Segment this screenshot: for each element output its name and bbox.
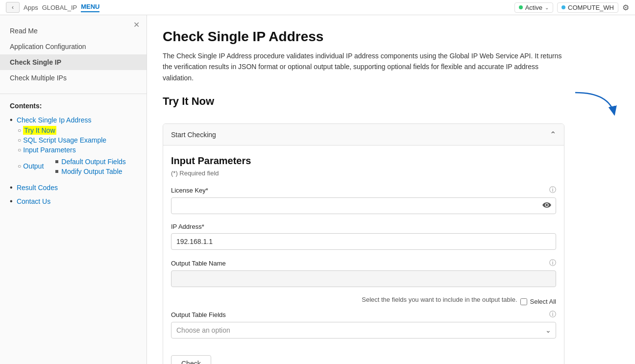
try-it-now-section-header: Try It Now bbox=[163, 95, 619, 116]
output-table-name-info-icon[interactable]: ⓘ bbox=[549, 259, 556, 267]
form-label-output-table-fields: Output Table Fields ⓘ bbox=[171, 310, 556, 319]
sidebar-item-check-single-ip[interactable]: Check Single IP bbox=[0, 54, 147, 70]
status-dot bbox=[519, 5, 523, 9]
card-header-title: Start Checking bbox=[171, 131, 216, 139]
output-table-name-label: Output Table Name bbox=[171, 260, 226, 267]
arrow-annotation bbox=[570, 90, 619, 121]
form-group-output-table-name: Output Table Name ⓘ bbox=[171, 259, 556, 287]
password-toggle-icon[interactable] bbox=[542, 201, 551, 210]
compute-dot bbox=[562, 5, 565, 9]
toc-square-icon bbox=[55, 160, 58, 163]
sidebar-item-read-me[interactable]: Read Me bbox=[0, 23, 147, 39]
layout: ✕ Read Me Application Configuration Chec… bbox=[0, 15, 635, 364]
menu-tab[interactable]: MENU bbox=[81, 3, 99, 12]
card-collapse-icon: ⌃ bbox=[550, 130, 556, 139]
toc-sub-item-input-params: ○ Input Parameters bbox=[18, 145, 137, 155]
toc-sub-item-sql-script: ○ SQL Script Usage Example bbox=[18, 135, 137, 145]
toc-link-try-it-now[interactable]: Try It Now bbox=[23, 126, 56, 134]
ip-address-input[interactable] bbox=[171, 233, 556, 250]
form-label-ip-address: IP Address* bbox=[171, 223, 556, 230]
license-key-input-wrapper bbox=[171, 197, 556, 214]
ip-address-label: IP Address* bbox=[171, 223, 204, 230]
toc-circle-icon-2: ○ bbox=[18, 137, 21, 144]
start-checking-card: Start Checking ⌃ Input Parameters (*) Re… bbox=[163, 123, 564, 364]
toc-item-result-codes: • Result Codes bbox=[10, 182, 137, 193]
output-table-fields-select-wrapper: Choose an option ⌄ bbox=[171, 322, 556, 339]
output-table-fields-info-icon[interactable]: ⓘ bbox=[549, 310, 556, 319]
sidebar-contents: Contents: • Check Single Ip Address ○ Tr… bbox=[0, 98, 147, 211]
check-button[interactable]: Check bbox=[171, 355, 211, 364]
sidebar-item-check-multiple-ips[interactable]: Check Multiple IPs bbox=[0, 70, 147, 86]
license-key-input[interactable] bbox=[171, 197, 556, 214]
status-badge[interactable]: Active ⌄ bbox=[514, 2, 553, 13]
form-group-ip-address: IP Address* bbox=[171, 223, 556, 250]
toc-sub2-item-default-output: Default Output Fields bbox=[55, 157, 126, 167]
toc-circle-icon: ○ bbox=[18, 127, 21, 134]
fields-description: Select the fields you want to include in… bbox=[362, 296, 517, 303]
output-table-name-input[interactable] bbox=[171, 270, 556, 287]
contents-title: Contents: bbox=[10, 102, 137, 110]
sidebar: ✕ Read Me Application Configuration Chec… bbox=[0, 15, 147, 364]
topnav: ‹ Apps GLOBAL_IP MENU Active ⌄ COMPUTE_W… bbox=[0, 0, 635, 15]
toc-link-modify-output[interactable]: Modify Output Table bbox=[61, 168, 122, 175]
apps-link[interactable]: Apps bbox=[24, 4, 38, 11]
form-label-output-table-name: Output Table Name ⓘ bbox=[171, 259, 556, 267]
sidebar-nav: Read Me Application Configuration Check … bbox=[0, 23, 147, 86]
card-body: Input Parameters (*) Required field Lice… bbox=[163, 146, 564, 364]
form-group-output-table-fields: Output Table Fields ⓘ Choose an option ⌄ bbox=[171, 310, 556, 339]
topnav-right: Active ⌄ COMPUTE_WH ⚙ bbox=[514, 2, 629, 13]
page-description: The Check Single IP Address procedure va… bbox=[163, 50, 564, 83]
license-key-label: License Key* bbox=[171, 187, 208, 194]
form-label-license-key: License Key* ⓘ bbox=[171, 186, 556, 194]
toc-link-contact-us[interactable]: Contact Us bbox=[17, 197, 50, 205]
input-params-title: Input Parameters bbox=[171, 155, 556, 167]
ip-address-input-wrapper bbox=[171, 233, 556, 250]
gear-icon[interactable]: ⚙ bbox=[622, 3, 629, 12]
back-button[interactable]: ‹ bbox=[6, 2, 20, 13]
toc-list: • Check Single Ip Address ○ Try It Now ○… bbox=[10, 115, 137, 207]
status-label: Active bbox=[525, 4, 542, 11]
toc-link-sql-script[interactable]: SQL Script Usage Example bbox=[23, 136, 106, 144]
toc-circle-icon-3: ○ bbox=[18, 146, 21, 153]
toc-link-result-codes[interactable]: Result Codes bbox=[17, 184, 58, 192]
toc-sub-item-try-it-now: ○ Try It Now bbox=[18, 125, 137, 135]
main-content: Check Single IP Address The Check Single… bbox=[147, 15, 635, 364]
status-chevron-icon: ⌄ bbox=[545, 5, 549, 10]
toc-sub2-output: Default Output Fields Modify Output Tabl… bbox=[46, 157, 126, 176]
page-title: Check Single IP Address bbox=[163, 29, 619, 45]
license-key-info-icon[interactable]: ⓘ bbox=[549, 186, 556, 194]
sidebar-item-app-config[interactable]: Application Configuration bbox=[0, 39, 147, 54]
form-group-license-key: License Key* ⓘ bbox=[171, 186, 556, 214]
breadcrumb-global-ip: GLOBAL_IP bbox=[42, 4, 77, 11]
output-table-fields-label: Output Table Fields bbox=[171, 311, 226, 318]
toc-link-output[interactable]: Output bbox=[23, 162, 44, 170]
compute-badge: COMPUTE_WH bbox=[557, 2, 618, 13]
toc-circle-icon-4: ○ bbox=[18, 163, 21, 170]
output-table-fields-select[interactable]: Choose an option bbox=[171, 322, 556, 339]
toc-sub-item-output: ○ Output Default Output Fields Modify Ou… bbox=[18, 155, 137, 177]
output-table-name-input-wrapper bbox=[171, 270, 556, 287]
toc-item-contact-us: • Contact Us bbox=[10, 196, 137, 207]
sidebar-divider bbox=[0, 94, 147, 94]
select-all-row: Select the fields you want to include in… bbox=[171, 296, 556, 307]
required-note: (*) Required field bbox=[171, 170, 556, 177]
toc-sub-check-single-ip: ○ Try It Now ○ SQL Script Usage Example … bbox=[10, 125, 137, 177]
toc-square-icon-2 bbox=[55, 170, 58, 173]
sidebar-close-button[interactable]: ✕ bbox=[133, 20, 140, 29]
card-header[interactable]: Start Checking ⌃ bbox=[163, 124, 564, 146]
compute-label: COMPUTE_WH bbox=[568, 4, 614, 11]
try-it-now-highlight: Try It Now bbox=[23, 126, 56, 135]
arrow-svg bbox=[570, 90, 619, 120]
toc-item-check-single-ip: • Check Single Ip Address ○ Try It Now ○… bbox=[10, 115, 137, 178]
toc-link-default-output[interactable]: Default Output Fields bbox=[61, 158, 126, 166]
select-all-checkbox[interactable] bbox=[520, 298, 527, 305]
toc-link-check-single-ip[interactable]: Check Single Ip Address bbox=[17, 116, 92, 124]
toc-sub2-item-modify-output: Modify Output Table bbox=[55, 167, 126, 176]
section-title-try-it-now: Try It Now bbox=[163, 95, 214, 108]
select-all-label: Select All bbox=[530, 298, 556, 305]
toc-link-input-params[interactable]: Input Parameters bbox=[23, 146, 75, 154]
